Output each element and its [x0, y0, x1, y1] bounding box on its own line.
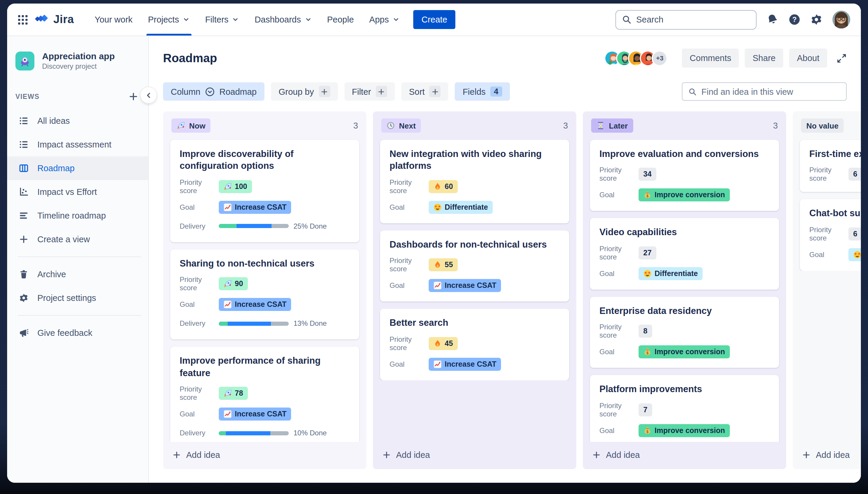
avatar-photo [832, 11, 850, 28]
sidebar-item-archive[interactable]: Archive [7, 262, 148, 286]
expand-icon [836, 53, 847, 63]
column-header: Now 3 [163, 111, 366, 139]
top-navigation: Jira Your work Projects Filters Dashboar… [7, 3, 861, 36]
goal-pill: Increase CSAT [219, 201, 291, 214]
add-idea-button[interactable]: Add idea [373, 442, 576, 469]
chart-increasing-icon [223, 301, 232, 309]
help-button[interactable] [789, 14, 800, 25]
about-button[interactable]: About [789, 49, 827, 68]
idea-card[interactable]: Platform improvements Priority score 7 G… [590, 375, 779, 442]
goal-label: Goal [599, 191, 638, 199]
goal-label: Goal [390, 360, 429, 368]
sidebar-item-create-view[interactable]: Create a view [7, 227, 148, 251]
bell-icon [766, 14, 778, 25]
nav-your-work[interactable]: Your work [87, 3, 140, 36]
column-selector-chip[interactable]: Column Roadmap [163, 82, 265, 101]
group-by-chip[interactable]: Group by [271, 82, 338, 101]
nav-people[interactable]: People [319, 3, 361, 36]
nav-filters[interactable]: Filters [197, 3, 247, 36]
app-switcher-button[interactable] [18, 15, 28, 24]
avatar-overflow-badge[interactable]: +3 [652, 50, 668, 66]
find-idea-input[interactable] [701, 87, 840, 96]
primary-nav: Your work Projects Filters Dashboards Pe… [87, 3, 407, 36]
sidebar-item-all-ideas[interactable]: All ideas [7, 109, 148, 133]
comments-button[interactable]: Comments [682, 49, 739, 68]
add-idea-button[interactable]: Add idea [163, 442, 366, 469]
idea-card[interactable]: Enterprise data residency Priority score… [590, 297, 779, 368]
plus-icon [592, 451, 601, 459]
idea-card[interactable]: New integration with video sharing platf… [380, 140, 569, 223]
priority-score-pill: 34 [638, 168, 656, 181]
nav-dashboards[interactable]: Dashboards [247, 3, 319, 36]
idea-card[interactable]: Sharing to non-technical users Priority … [170, 249, 359, 340]
add-idea-button[interactable]: Add idea [583, 442, 786, 469]
column-next: Next 3 New integration with video sharin… [373, 111, 576, 469]
progress-done-label: 25% Done [293, 222, 327, 230]
list-icon [18, 140, 29, 149]
sidebar-item-impact-assessment[interactable]: Impact assessment [7, 133, 148, 156]
app-body: Appreciation app Discovery project VIEWS… [7, 36, 861, 483]
fullscreen-button[interactable] [836, 53, 847, 63]
settings-button[interactable] [811, 14, 822, 25]
priority-score-pill: 45 [429, 337, 458, 350]
delivery-progress: 13% Done [219, 320, 350, 328]
idea-card[interactable]: Improve evaluation and conversions Prior… [590, 140, 779, 211]
nav-projects[interactable]: Projects [140, 3, 197, 36]
view-header: Roadmap +3 Comments Share About [163, 49, 861, 68]
goal-label: Goal [390, 203, 429, 211]
chart-increasing-icon [433, 360, 442, 368]
priority-score-label: Priority score [180, 276, 219, 292]
goal-label: Goal [180, 203, 219, 211]
add-view-button[interactable] [129, 92, 138, 101]
project-header[interactable]: Appreciation app Discovery project [7, 51, 148, 71]
notifications-button[interactable] [766, 14, 778, 25]
idea-card[interactable]: Video capabilities Priority score 27 Goa… [590, 218, 779, 290]
card-title: Chat-bot sup [809, 208, 861, 220]
rocket-icon [223, 280, 232, 288]
goal-label: Goal [180, 410, 219, 418]
idea-card[interactable]: Better search Priority score 45 Goal Inc… [380, 309, 569, 380]
global-search[interactable] [615, 10, 757, 29]
share-button[interactable]: Share [745, 49, 783, 68]
card-title: Platform improvements [599, 383, 770, 396]
priority-score-pill: 78 [219, 387, 248, 400]
priority-score-pill: 55 [429, 259, 458, 271]
idea-card[interactable]: Improve performance of sharing feature P… [170, 347, 359, 442]
sidebar-item-impact-vs-effort[interactable]: Impact vs Effort [7, 180, 148, 204]
idea-card[interactable]: Chat-bot sup Priority score 6 Goal [800, 199, 861, 271]
column-header: Next 3 [373, 111, 576, 139]
plus-icon [430, 86, 441, 97]
fire-icon [433, 183, 442, 191]
sidebar-item-project-settings[interactable]: Project settings [7, 286, 148, 310]
gear-icon [18, 293, 29, 303]
idea-card[interactable]: First-time ex Priority score 6 [800, 140, 861, 192]
chevron-down-icon [305, 16, 311, 23]
card-title: Video capabilities [599, 227, 770, 239]
find-idea-search[interactable] [682, 82, 847, 101]
global-search-input[interactable] [636, 15, 750, 24]
sort-chip[interactable]: Sort [401, 82, 448, 101]
goal-pill: Increase CSAT [429, 358, 501, 371]
goal-pill: Improve conversion [638, 346, 730, 359]
idea-card[interactable]: Improve discoverability of configuration… [170, 140, 359, 242]
collapse-sidebar-button[interactable] [141, 87, 157, 103]
sidebar-item-give-feedback[interactable]: Give feedback [7, 321, 148, 345]
gear-icon [811, 14, 822, 25]
column-badge-later: Later [591, 118, 633, 133]
main-content: Roadmap +3 Comments Share About [149, 36, 861, 483]
add-idea-button[interactable]: Add idea [793, 442, 861, 469]
jira-brand[interactable]: Jira [35, 13, 74, 26]
user-avatar[interactable] [832, 11, 850, 28]
fields-chip[interactable]: Fields4 [455, 82, 510, 101]
goal-pill [848, 248, 861, 261]
project-avatar [15, 51, 34, 70]
idea-card[interactable]: Dashboards for non-technical users Prior… [380, 230, 569, 302]
sidebar-item-roadmap[interactable]: Roadmap [7, 156, 148, 180]
project-sidebar: Appreciation app Discovery project VIEWS… [7, 36, 149, 483]
sidebar-item-timeline-roadmap[interactable]: Timeline roadmap [7, 204, 148, 227]
progress-done-label: 10% Done [293, 429, 327, 437]
filter-chip[interactable]: Filter [344, 82, 395, 101]
card-title: Improve discoverability of configuration… [180, 148, 350, 172]
create-button[interactable]: Create [413, 10, 456, 29]
nav-apps[interactable]: Apps [362, 3, 407, 36]
